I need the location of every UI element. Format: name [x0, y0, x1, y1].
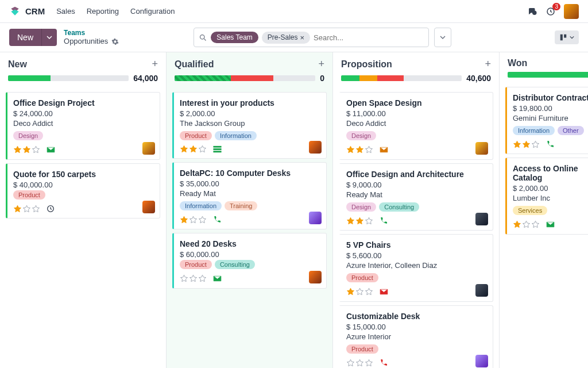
phone-icon[interactable] [379, 216, 388, 225]
envelope-icon[interactable] [546, 220, 555, 229]
tag-product[interactable]: Product [180, 260, 212, 269]
envelope-icon[interactable] [212, 274, 222, 283]
kanban-card[interactable]: Office Design and Architecture $ 9,000.0… [339, 163, 493, 231]
new-button-group: New [9, 29, 57, 46]
kanban-card[interactable]: DeltaPC: 10 Computer Desks $ 35,000.00 R… [172, 162, 327, 229]
assignee-avatar[interactable] [309, 271, 322, 283]
kanban-card[interactable]: Access to Online Catalog $ 2,000.00 Lumb… [505, 158, 588, 235]
breadcrumb-bottom: Opportunities [64, 37, 108, 46]
top-nav: CRM Sales Reporting Configuration 3 [0, 0, 588, 23]
card-customer: Ready Mat [180, 189, 320, 198]
tag-product[interactable]: Product [346, 344, 378, 354]
phone-icon[interactable] [546, 140, 555, 149]
chevron-down-icon [47, 34, 52, 40]
tag-design[interactable]: Design [346, 202, 376, 212]
close-icon[interactable]: × [300, 33, 305, 42]
card-title: Interest in your products [180, 98, 320, 108]
tag-product[interactable]: Product [13, 190, 45, 200]
card-amount: $ 24,000.00 [13, 109, 154, 118]
tag-information[interactable]: Information [513, 126, 555, 135]
envelope-icon[interactable] [379, 145, 389, 155]
kanban-card[interactable]: Quote for 150 carpets $ 40,000.00 Produc… [6, 163, 160, 218]
kanban-card[interactable]: Interest in your products $ 2,000.00 The… [172, 92, 327, 159]
assignee-avatar[interactable] [309, 212, 322, 224]
nav-reporting[interactable]: Reporting [87, 7, 119, 16]
priority-stars[interactable] [13, 145, 40, 154]
assignee-avatar[interactable] [142, 201, 155, 213]
kanban-card[interactable]: Need 20 Desks $ 60,000.00 Product Consul… [172, 233, 327, 289]
breadcrumb-top[interactable]: Teams [64, 29, 119, 37]
priority-stars[interactable] [513, 140, 540, 149]
envelope-icon[interactable] [379, 287, 389, 297]
column-new: New + 64,000 Office Design Project $ 24,… [0, 52, 167, 368]
card-title: Office Design and Architecture [346, 170, 487, 179]
svg-rect-8 [213, 151, 221, 152]
search-input[interactable] [314, 33, 424, 42]
nav-configuration[interactable]: Configuration [130, 7, 175, 16]
search-dropdown[interactable] [434, 28, 451, 47]
new-button-dropdown[interactable] [41, 29, 57, 46]
chevron-down-icon [440, 34, 446, 40]
card-amount: $ 40,000.00 [13, 181, 154, 189]
column-total: 64,000 [133, 74, 158, 83]
assignee-avatar[interactable] [475, 142, 488, 155]
tag-information[interactable]: Information [180, 201, 222, 210]
assignee-avatar[interactable] [475, 355, 488, 367]
card-amount: $ 11,000.00 [346, 109, 487, 118]
svg-point-0 [532, 10, 537, 15]
gear-icon[interactable] [111, 38, 119, 45]
kanban-card[interactable]: Customizable Desk $ 15,000.00 Azure Inte… [339, 305, 493, 368]
new-button[interactable]: New [9, 29, 41, 46]
assignee-avatar[interactable] [142, 142, 155, 155]
tag-design[interactable]: Design [13, 131, 43, 140]
filter-chip-pre-sales[interactable]: Pre-Sales × [262, 32, 310, 44]
tag-other[interactable]: Other [558, 126, 584, 135]
priority-stars[interactable] [180, 274, 207, 283]
tag-design[interactable]: Design [346, 131, 376, 140]
add-card-button[interactable]: + [318, 58, 324, 70]
kanban-card[interactable]: Distributor Contract $ 19,800.00 Gemini … [505, 87, 588, 154]
tag-services[interactable]: Services [513, 206, 547, 215]
priority-stars[interactable] [513, 220, 540, 229]
activity-icon[interactable]: 3 [546, 6, 556, 17]
kanban-card[interactable]: Office Design Project $ 24,000.00 Deco A… [6, 92, 160, 160]
priority-stars[interactable] [180, 145, 207, 154]
chevron-down-icon [570, 35, 574, 40]
user-avatar[interactable] [564, 4, 579, 19]
assignee-avatar[interactable] [309, 141, 322, 154]
phone-icon[interactable] [212, 215, 222, 224]
priority-stars[interactable] [346, 359, 373, 367]
phone-icon[interactable] [379, 358, 388, 367]
priority-stars[interactable] [346, 288, 373, 296]
brand[interactable]: CRM [9, 6, 45, 17]
card-title: Need 20 Desks [180, 239, 320, 248]
kanban-card[interactable]: 5 VP Chairs $ 5,600.00 Azure Interior, C… [339, 234, 493, 302]
view-switch-kanban[interactable] [555, 30, 579, 44]
tag-product[interactable]: Product [180, 131, 212, 140]
card-amount: $ 2,000.00 [180, 109, 320, 118]
priority-stars[interactable] [346, 217, 373, 225]
kanban-card[interactable]: Open Space Design $ 11,000.00 Deco Addic… [339, 92, 493, 160]
tag-product[interactable]: Product [346, 273, 378, 282]
tag-consulting[interactable]: Consulting [379, 202, 419, 212]
priority-stars[interactable] [13, 205, 40, 213]
filter-chip-sales-team[interactable]: Sales Team [211, 32, 258, 43]
svg-rect-7 [213, 148, 221, 150]
card-title: Office Design Project [13, 98, 154, 108]
tag-information[interactable]: Information [215, 131, 257, 140]
envelope-icon[interactable] [46, 145, 56, 155]
svg-point-2 [200, 34, 205, 39]
clock-icon[interactable] [46, 204, 55, 213]
add-card-button[interactable]: + [485, 58, 491, 70]
priority-stars[interactable] [346, 145, 373, 154]
search-bar[interactable]: Sales Team Pre-Sales × [194, 28, 429, 47]
tag-consulting[interactable]: Consulting [215, 260, 255, 269]
priority-stars[interactable] [180, 216, 207, 224]
messages-icon[interactable] [527, 6, 537, 17]
assignee-avatar[interactable] [475, 213, 488, 225]
tag-training[interactable]: Training [225, 201, 257, 210]
list-icon[interactable] [212, 145, 222, 154]
nav-sales[interactable]: Sales [56, 7, 75, 16]
assignee-avatar[interactable] [475, 284, 488, 297]
add-card-button[interactable]: + [152, 58, 158, 70]
